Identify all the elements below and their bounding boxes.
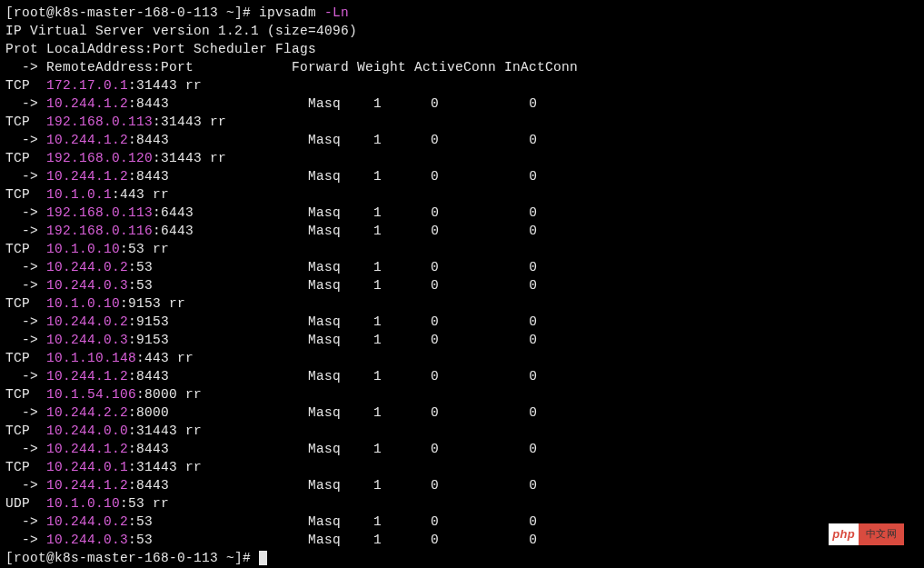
terminal-line: -> 10.244.1.2:8443 Masq 1 0 0 xyxy=(5,167,919,185)
activeconn-col: 0 xyxy=(431,478,529,493)
activeconn-col: 0 xyxy=(431,314,529,329)
protocol: TCP xyxy=(5,187,46,202)
weight-col: 1 xyxy=(373,205,431,220)
backend-ip: 10.244.0.2 xyxy=(46,514,128,529)
backend-port: :8443 xyxy=(128,369,169,384)
backend-ip: 10.244.1.2 xyxy=(46,133,128,147)
terminal-line: -> 192.168.0.116:6443 Masq 1 0 0 xyxy=(5,222,919,240)
terminal-line: -> 10.244.1.2:8443 Masq 1 0 0 xyxy=(5,440,919,458)
terminal-line: -> 10.244.0.2:53 Masq 1 0 0 xyxy=(5,258,919,276)
service-ip: 10.1.54.106 xyxy=(46,387,136,402)
terminal-line: -> 10.244.1.2:8443 Masq 1 0 0 xyxy=(5,131,919,149)
forward-col: Masq xyxy=(308,478,373,493)
table-header: Prot LocalAddress:Port Scheduler Flags xyxy=(5,42,316,56)
backend-port: :9153 xyxy=(128,314,169,329)
command: ipvsadm xyxy=(259,5,316,20)
service-port: :443 rr xyxy=(112,187,169,202)
forward-col: Masq xyxy=(308,224,373,238)
service-ip: 10.1.0.10 xyxy=(46,496,120,511)
service-ip: 10.244.0.0 xyxy=(46,424,128,438)
terminal-line: -> 10.244.0.2:9153 Masq 1 0 0 xyxy=(5,313,919,331)
terminal-line: TCP 172.17.0.1:31443 rr xyxy=(5,76,919,95)
terminal-line: -> 10.244.0.3:9153 Masq 1 0 0 xyxy=(5,331,919,349)
terminal-line: -> 10.244.0.3:53 Masq 1 0 0 xyxy=(5,276,919,294)
terminal-line: IP Virtual Server version 1.2.1 (size=40… xyxy=(5,22,919,40)
weight-col: 1 xyxy=(373,278,431,293)
service-ip: 10.244.0.1 xyxy=(46,460,128,474)
inactconn-col: 0 xyxy=(529,533,537,547)
terminal-line: -> 10.244.0.3:53 Masq 1 0 0 xyxy=(5,531,919,549)
terminal-line: -> 10.244.1.2:8443 Masq 1 0 0 xyxy=(5,476,919,494)
version-line: IP Virtual Server version 1.2.1 (size=40… xyxy=(5,24,357,38)
backend-ip: 10.244.0.3 xyxy=(46,533,128,547)
forward-col: Masq xyxy=(308,278,373,293)
weight-col: 1 xyxy=(373,260,431,274)
activeconn-col: 0 xyxy=(431,405,529,420)
backend-ip: 192.168.0.116 xyxy=(46,224,153,238)
activeconn-col: 0 xyxy=(431,442,529,456)
forward-col: Masq xyxy=(308,260,373,274)
backend-port: :53 xyxy=(128,260,153,274)
terminal-line: TCP 10.1.0.10:53 rr xyxy=(5,240,919,258)
terminal-line: -> RemoteAddress:Port Forward Weight Act… xyxy=(5,58,919,76)
terminal-line: TCP 192.168.0.120:31443 rr xyxy=(5,149,919,167)
backend-ip: 10.244.0.3 xyxy=(46,278,128,293)
inactconn-col: 0 xyxy=(529,205,537,220)
terminal-output[interactable]: [root@k8s-master-168-0-113 ~]# ipvsadm -… xyxy=(5,4,919,567)
backend-ip: 10.244.1.2 xyxy=(46,478,128,493)
inactconn-col: 0 xyxy=(529,224,537,238)
protocol: TCP xyxy=(5,387,46,402)
protocol: TCP xyxy=(5,351,46,365)
activeconn-col: 0 xyxy=(431,260,529,274)
service-ip: 192.168.0.113 xyxy=(46,115,153,129)
activeconn-col: 0 xyxy=(431,514,529,529)
cursor[interactable] xyxy=(259,551,267,565)
inactconn-col: 0 xyxy=(529,96,537,111)
activeconn-col: 0 xyxy=(431,205,529,220)
protocol: TCP xyxy=(5,296,46,311)
forward-col: Masq xyxy=(308,333,373,347)
forward-col: Masq xyxy=(308,514,373,529)
activeconn-col: 0 xyxy=(431,169,529,184)
terminal-line: UDP 10.1.0.10:53 rr xyxy=(5,494,919,513)
weight-col: 1 xyxy=(373,369,431,384)
weight-col: 1 xyxy=(373,96,431,111)
watermark-badge: php 中文网 xyxy=(829,523,904,545)
protocol: TCP xyxy=(5,115,46,129)
terminal-line: TCP 10.1.54.106:8000 rr xyxy=(5,385,919,404)
inactconn-col: 0 xyxy=(529,405,537,420)
weight-col: 1 xyxy=(373,478,431,493)
backend-port: :8443 xyxy=(128,478,169,493)
backend-ip: 10.244.2.2 xyxy=(46,405,128,420)
service-port: :31443 rr xyxy=(128,78,202,93)
service-ip: 192.168.0.120 xyxy=(46,151,153,165)
activeconn-col: 0 xyxy=(431,224,529,238)
backend-ip: 10.244.1.2 xyxy=(46,169,128,184)
terminal-line: -> 10.244.2.2:8000 Masq 1 0 0 xyxy=(5,404,919,422)
service-port: :443 rr xyxy=(136,351,194,365)
weight-col: 1 xyxy=(373,314,431,329)
inactconn-col: 0 xyxy=(529,442,537,456)
backend-port: :6443 xyxy=(153,224,194,238)
backend-ip: 10.244.0.3 xyxy=(46,333,128,347)
forward-col: Masq xyxy=(308,533,373,547)
service-ip: 10.1.0.1 xyxy=(46,187,112,202)
backend-ip: 10.244.1.2 xyxy=(46,369,128,384)
badge-right: 中文网 xyxy=(859,523,904,544)
weight-col: 1 xyxy=(373,442,431,456)
backend-port: :8443 xyxy=(128,133,169,147)
shell-prompt[interactable]: [root@k8s-master-168-0-113 ~]# xyxy=(5,551,259,565)
protocol: TCP xyxy=(5,424,46,438)
backend-port: :9153 xyxy=(128,333,169,347)
terminal-line: Prot LocalAddress:Port Scheduler Flags xyxy=(5,40,919,58)
inactconn-col: 0 xyxy=(529,133,537,147)
protocol: TCP xyxy=(5,242,46,256)
terminal-line: -> 10.244.1.2:8443 Masq 1 0 0 xyxy=(5,95,919,113)
terminal-line: TCP 10.1.10.148:443 rr xyxy=(5,349,919,367)
forward-col: Masq xyxy=(308,133,373,147)
inactconn-col: 0 xyxy=(529,369,537,384)
service-port: :31443 rr xyxy=(128,424,202,438)
terminal-line: TCP 10.244.0.0:31443 rr xyxy=(5,422,919,440)
backend-port: :8000 xyxy=(128,405,169,420)
protocol: TCP xyxy=(5,151,46,165)
